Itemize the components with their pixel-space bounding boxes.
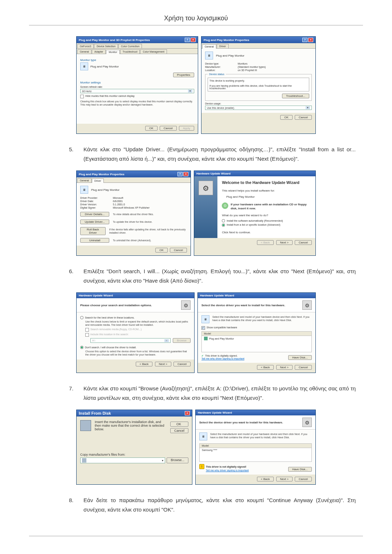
back-button[interactable]: < Back bbox=[257, 365, 274, 370]
monitor-icon: 🖥 bbox=[199, 432, 207, 440]
cancel-button[interactable]: Cancel bbox=[170, 428, 188, 433]
browse-button[interactable]: Browse... bbox=[167, 457, 188, 463]
wizard-icon: ⚙ bbox=[199, 181, 213, 195]
tab-adapter[interactable]: Adapter bbox=[92, 49, 106, 54]
dont-search-radio[interactable] bbox=[80, 346, 83, 349]
show-compatible-checkbox[interactable]: ✓ bbox=[201, 326, 205, 330]
rollback-button[interactable]: Roll Back Driver bbox=[80, 227, 106, 235]
screenshot-row-4: Install From Disk × Insert the manufactu… bbox=[29, 410, 363, 485]
back-button[interactable]: < Back bbox=[136, 362, 153, 366]
floppy-small-icon bbox=[82, 458, 86, 463]
footer-rule bbox=[29, 536, 363, 536]
close-icon[interactable]: × bbox=[308, 38, 313, 42]
have-disk-button[interactable]: Have Disk... bbox=[288, 467, 312, 472]
wizard-question: What do you want the wizard to do? bbox=[222, 213, 311, 217]
status-line2: If you are having problems with this dev… bbox=[209, 85, 307, 90]
help-icon[interactable]: ? bbox=[177, 172, 183, 176]
dialog-titlebar: Install From Disk × bbox=[77, 410, 192, 416]
back-button[interactable]: < Back bbox=[257, 477, 274, 481]
path-field[interactable]: ▾ bbox=[80, 457, 165, 463]
cancel-button[interactable]: Cancel bbox=[160, 126, 177, 131]
next-button[interactable]: Next > bbox=[276, 477, 293, 481]
search-label: Search for the best driver in these loca… bbox=[85, 316, 135, 319]
pnp-props-general-dialog: Plug and Play Monitor Properties ? × Gen… bbox=[201, 36, 316, 134]
cd-note: If your hardware came with an installati… bbox=[230, 202, 311, 210]
hide-modes-checkbox[interactable] bbox=[80, 95, 84, 98]
device-usage-value: Use this device (enable) bbox=[207, 107, 234, 109]
dialog-titlebar: Hardware Update Wizard bbox=[198, 293, 315, 298]
next-button[interactable]: Next > bbox=[276, 365, 293, 370]
next-button[interactable]: Next > bbox=[276, 240, 293, 245]
help-icon[interactable]: ? bbox=[185, 38, 190, 42]
tab-row: GeForce3 Device Selection Color Correcti… bbox=[77, 43, 198, 49]
model-item[interactable]: Samsung **** bbox=[200, 448, 311, 452]
tab-color-mgmt[interactable]: Color Management bbox=[140, 49, 167, 54]
opt-auto-radio[interactable] bbox=[222, 219, 225, 222]
ok-button[interactable]: OK bbox=[155, 248, 168, 253]
cancel-button[interactable]: Cancel bbox=[295, 240, 312, 245]
have-disk-button[interactable]: Have Disk... bbox=[288, 355, 312, 360]
cancel-button[interactable]: Cancel bbox=[173, 362, 191, 366]
tab-troubleshoot[interactable]: Troubleshoot bbox=[120, 49, 140, 54]
removable-media-checkbox bbox=[85, 328, 89, 332]
cancel-button[interactable]: Cancel bbox=[295, 365, 312, 370]
device-status-text: This device is working properly. If you … bbox=[208, 78, 309, 91]
uninstall-button[interactable]: Uninstall bbox=[80, 238, 109, 243]
cancel-button[interactable]: Cancel bbox=[170, 248, 187, 253]
ok-button[interactable]: OK bbox=[280, 115, 293, 120]
tab-color-correction[interactable]: Color Correction bbox=[118, 44, 142, 48]
refresh-rate-dropdown[interactable]: 60 Hertz ▾ bbox=[80, 89, 194, 93]
close-icon[interactable]: × bbox=[191, 38, 196, 42]
tab-device-selection[interactable]: Device Selection bbox=[94, 44, 118, 48]
location-label: Location: bbox=[205, 69, 230, 71]
chevron-down-icon: ▾ bbox=[164, 339, 169, 342]
update-driver-button[interactable]: Update Driver... bbox=[80, 219, 109, 224]
close-icon[interactable]: × bbox=[185, 411, 190, 415]
step-7: 7. Κάντε κλικ στο κουμπί "Browse (Αναζήτ… bbox=[69, 384, 356, 402]
tab-geforce3[interactable]: GeForce3 bbox=[77, 44, 94, 48]
device-status-group: Device status This device is working pro… bbox=[205, 73, 312, 101]
chevron-down-icon: ▾ bbox=[162, 459, 163, 462]
date-value: 6/6/2001 bbox=[113, 200, 123, 202]
tab-monitor[interactable]: Monitor bbox=[106, 50, 119, 54]
device-usage-dropdown[interactable]: Use this device (enable) ▾ bbox=[205, 106, 312, 110]
update-desc: To update the driver for this device. bbox=[113, 220, 152, 223]
monitor-props-dialog: Plug and Play Monitor and 3D Prophet III… bbox=[76, 36, 198, 134]
ok-button[interactable]: OK bbox=[145, 126, 158, 131]
model-item[interactable]: Plug and Play Monitor bbox=[202, 336, 311, 341]
signing-link[interactable]: Tell me why driver signing is important bbox=[206, 469, 249, 472]
manufacturer-value: (Standard monitor types) bbox=[238, 66, 266, 68]
properties-button[interactable]: Properties bbox=[173, 73, 194, 77]
cancel-button[interactable]: Cancel bbox=[295, 115, 312, 120]
model-name: Plug and Play Monitor bbox=[209, 337, 234, 340]
dialog-title: Hardware Update Wizard bbox=[196, 172, 230, 175]
wizard-header: Please choose your search and installati… bbox=[80, 304, 152, 307]
chevron-down-icon: ▾ bbox=[306, 106, 310, 109]
tab-general[interactable]: General bbox=[77, 49, 91, 54]
close-icon[interactable]: × bbox=[183, 172, 188, 176]
opt-list-radio[interactable] bbox=[222, 223, 225, 227]
device-usage-label: Device usage: bbox=[205, 102, 312, 105]
tab-general[interactable]: General bbox=[202, 44, 216, 49]
monitor-settings-label: Monitor settings bbox=[80, 81, 194, 84]
search-radio[interactable] bbox=[80, 316, 83, 319]
removable-media-label: Search removable media (floppy, CD-ROM..… bbox=[90, 328, 142, 331]
path-value: A:\ bbox=[92, 339, 95, 342]
screenshot-row-1: Plug and Play Monitor and 3D Prophet III… bbox=[29, 36, 363, 134]
tab-driver[interactable]: Driver bbox=[92, 178, 104, 183]
signing-link[interactable]: Tell me why driver signing is important bbox=[201, 357, 244, 360]
dialog-title: Install From Disk bbox=[79, 411, 111, 415]
cancel-button[interactable]: Cancel bbox=[295, 477, 312, 481]
tab-driver[interactable]: Driver bbox=[217, 44, 229, 48]
help-icon[interactable]: ? bbox=[302, 38, 307, 42]
ok-button[interactable]: OK bbox=[170, 422, 188, 427]
wizard-header: Select the device driver you want to ins… bbox=[201, 304, 285, 307]
device-type-value: Monitors bbox=[238, 62, 248, 65]
header-rule bbox=[29, 25, 363, 25]
troubleshoot-button[interactable]: Troubleshoot... bbox=[282, 94, 309, 98]
next-button[interactable]: Next > bbox=[155, 362, 171, 366]
driver-details-button[interactable]: Driver Details... bbox=[80, 212, 109, 217]
dialog-title: Hardware Update Wizard bbox=[200, 294, 234, 297]
wizard-icon: ⚙ bbox=[302, 418, 312, 427]
tab-general[interactable]: General bbox=[77, 178, 91, 182]
